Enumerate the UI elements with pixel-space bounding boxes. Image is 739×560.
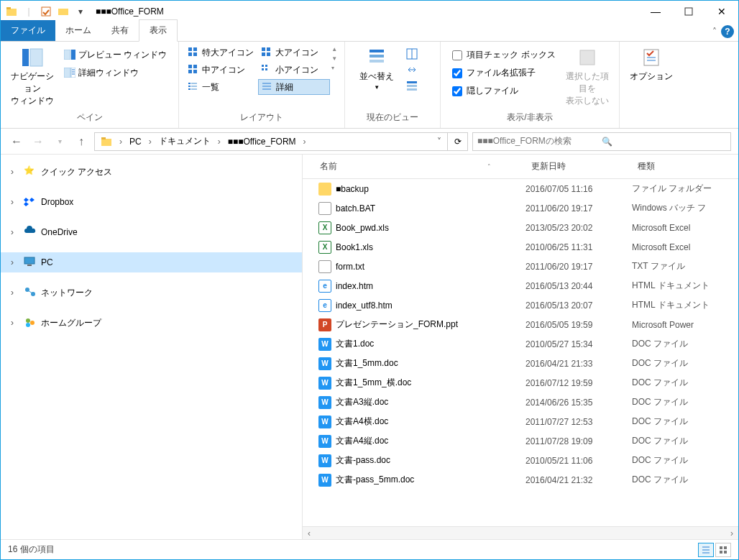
file-row[interactable]: XBook_pwd.xls2013/05/23 20:02Microsoft E… xyxy=(303,218,738,237)
chevron-right-icon[interactable]: › xyxy=(11,318,19,328)
layout-detail[interactable]: 詳細 xyxy=(258,79,330,95)
search-icon: 🔍 xyxy=(602,137,726,147)
file-row[interactable]: W文書-pass_5mm.doc2016/04/21 21:32DOC ファイル xyxy=(303,470,738,490)
col-type[interactable]: 種類 xyxy=(632,155,738,178)
folder-small-icon[interactable] xyxy=(55,4,71,19)
breadcrumb-documents[interactable]: ドキュメント xyxy=(156,135,214,147)
file-row[interactable]: W文書1_5mm.doc2016/04/21 21:33DOC ファイル xyxy=(303,354,738,373)
breadcrumb[interactable]: › PC › ドキュメント › ■■■Office_FORM › ˅ xyxy=(94,132,448,151)
file-type: HTML ドキュメント xyxy=(632,299,738,311)
layout-scroll-up-icon[interactable]: ▲ xyxy=(331,46,337,52)
preview-pane-icon xyxy=(64,50,75,61)
file-row[interactable]: W文書A3縦.doc2014/06/26 15:35DOC ファイル xyxy=(303,393,738,412)
chevron-right-icon[interactable]: › xyxy=(300,137,309,147)
breadcrumb-folder[interactable]: ■■■Office_FORM xyxy=(225,137,299,147)
file-row[interactable]: Pプレゼンテーション_FORM.ppt2016/05/05 19:59Micro… xyxy=(303,315,738,334)
tree-pc[interactable]: ›PC xyxy=(1,252,302,272)
chevron-right-icon[interactable]: › xyxy=(11,257,19,267)
file-row[interactable]: form.txt2011/06/20 19:17TXT ファイル xyxy=(303,257,738,276)
file-row[interactable]: eindex.htm2016/05/13 20:44HTML ドキュメント xyxy=(303,276,738,295)
file-row[interactable]: W文書-pass.doc2010/05/21 11:06DOC ファイル xyxy=(303,451,738,470)
file-row[interactable]: W文書A4横.doc2011/07/27 12:53DOC ファイル xyxy=(303,412,738,431)
preview-pane-button[interactable]: プレビュー ウィンドウ xyxy=(61,47,170,63)
address-dropdown-icon[interactable]: ˅ xyxy=(434,137,444,147)
file-row[interactable]: W文書1.doc2010/05/27 15:34DOC ファイル xyxy=(303,334,738,354)
collapse-ribbon-icon[interactable]: ˄ xyxy=(712,27,717,37)
file-row[interactable]: ■backup2016/07/05 11:16ファイル フォルダー xyxy=(303,179,738,198)
view-details-button[interactable] xyxy=(698,543,714,557)
svg-rect-39 xyxy=(370,50,384,52)
chevron-right-icon[interactable]: › xyxy=(11,288,19,298)
svg-rect-17 xyxy=(193,52,197,56)
qat-dropdown-icon[interactable]: ▾ xyxy=(73,4,88,19)
back-button[interactable]: ← xyxy=(8,133,25,150)
maximize-button[interactable] xyxy=(672,1,705,22)
search-box[interactable]: ■■■Office_FORMの検索 🔍 xyxy=(472,132,731,151)
minimize-button[interactable]: ― xyxy=(639,1,672,22)
tab-home[interactable]: ホーム xyxy=(55,20,101,41)
file-row[interactable]: batch.BAT2011/06/20 19:17Windows バッチ フ xyxy=(303,198,738,218)
tree-dropbox[interactable]: ›Dropbox xyxy=(1,192,302,212)
details-pane-button[interactable]: 詳細ウィンドウ xyxy=(61,65,170,81)
properties-icon[interactable] xyxy=(38,4,54,19)
help-icon[interactable]: ? xyxy=(721,25,734,38)
chk-hidden-files[interactable]: 隠しファイル xyxy=(449,83,558,98)
file-row[interactable]: XBook1.xls2010/06/25 11:31Microsoft Exce… xyxy=(303,237,738,257)
tab-file[interactable]: ファイル xyxy=(1,20,55,41)
svg-rect-35 xyxy=(191,88,197,90)
file-type: Windows バッチ フ xyxy=(632,202,738,214)
chk-item-checkboxes[interactable]: 項目チェック ボックス xyxy=(449,47,558,63)
file-date: 2016/07/05 11:16 xyxy=(525,184,632,194)
refresh-button[interactable]: ⟳ xyxy=(448,132,468,151)
view-large-icons-button[interactable] xyxy=(715,543,731,557)
svg-rect-66 xyxy=(720,551,722,554)
tree-onedrive[interactable]: ›OneDrive xyxy=(1,222,302,242)
layout-xl-icons[interactable]: 特大アイコン xyxy=(185,45,257,60)
addcolumn-icon[interactable] xyxy=(405,47,418,60)
file-row[interactable]: W文書1_5mm_横.doc2016/07/12 19:59DOC ファイル xyxy=(303,373,738,393)
tree-homegroup[interactable]: ›ホームグループ xyxy=(1,313,302,333)
chevron-right-icon[interactable]: › xyxy=(11,197,19,207)
tab-view[interactable]: 表示 xyxy=(139,19,178,42)
file-name: 文書-pass_5mm.doc xyxy=(336,474,414,486)
groupby-icon[interactable] xyxy=(405,79,418,92)
layout-s-icons[interactable]: 小アイコン xyxy=(258,62,330,78)
layout-scroll-down-icon[interactable]: ▼ xyxy=(331,55,337,62)
close-button[interactable]: ✕ xyxy=(705,1,738,22)
col-name[interactable]: 名前˄ xyxy=(303,155,525,178)
folder-icon[interactable] xyxy=(4,4,19,19)
homegroup-icon xyxy=(24,316,37,329)
chevron-right-icon[interactable]: › xyxy=(11,227,19,237)
breadcrumb-pc[interactable]: PC xyxy=(127,137,144,147)
recent-dropdown-icon[interactable]: ▾ xyxy=(51,133,68,150)
file-row[interactable]: W文書A4縦.doc2011/07/28 19:09DOC ファイル xyxy=(303,431,738,451)
layout-l-icons[interactable]: 大アイコン xyxy=(258,45,330,60)
tree-quick-access[interactable]: ›⭐クイック アクセス xyxy=(1,162,302,182)
navigation-tree[interactable]: ›⭐クイック アクセス ›Dropbox ›OneDrive ›PC ›ネットワ… xyxy=(1,155,303,539)
file-row[interactable]: eindex_utf8.htm2016/05/13 20:07HTML ドキュメ… xyxy=(303,295,738,315)
chevron-right-icon[interactable]: › xyxy=(116,137,125,147)
scroll-right-icon[interactable]: › xyxy=(725,528,738,538)
navigation-pane-button[interactable]: ナビゲーション ウィンドウ xyxy=(6,45,58,109)
options-button[interactable]: オプション xyxy=(625,45,677,84)
layout-more-icon[interactable]: ▾ xyxy=(331,65,337,71)
tree-network[interactable]: ›ネットワーク xyxy=(1,283,302,303)
sort-icon xyxy=(365,46,388,69)
sort-button[interactable]: 並べ替え ▼ xyxy=(351,45,403,92)
up-button[interactable]: ↑ xyxy=(73,133,90,150)
chevron-right-icon[interactable]: › xyxy=(146,137,155,147)
svg-rect-7 xyxy=(64,50,70,60)
horizontal-scrollbar[interactable]: ‹ › xyxy=(303,526,738,539)
file-date: 2011/07/28 19:09 xyxy=(525,436,632,446)
chevron-right-icon[interactable]: › xyxy=(215,137,224,147)
chk-file-extensions[interactable]: ファイル名拡張子 xyxy=(449,65,558,81)
layout-list[interactable]: 一覧 xyxy=(185,79,257,95)
tab-share[interactable]: 共有 xyxy=(101,20,139,41)
chevron-right-icon[interactable]: › xyxy=(11,167,19,177)
forward-button[interactable]: → xyxy=(29,133,47,150)
layout-m-icons[interactable]: 中アイコン xyxy=(185,62,257,78)
col-date[interactable]: 更新日時 xyxy=(525,155,632,178)
ribbon: ナビゲーション ウィンドウ プレビュー ウィンドウ 詳細ウィンドウ ペイン 特大… xyxy=(1,42,738,129)
scroll-left-icon[interactable]: ‹ xyxy=(303,528,316,538)
sizecolumn-icon[interactable] xyxy=(405,63,418,76)
